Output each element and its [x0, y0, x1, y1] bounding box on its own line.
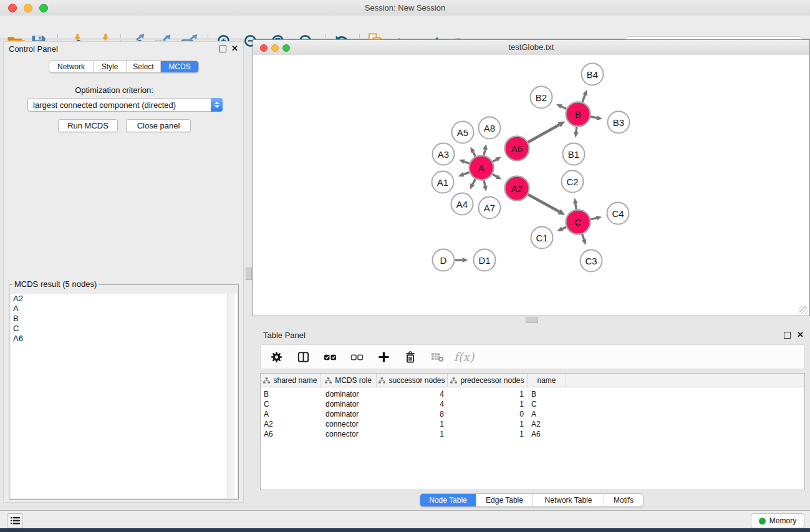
mcds-result-list[interactable]: A2ABCA6 — [11, 294, 237, 498]
graph-edge-A-A6[interactable] — [493, 160, 496, 162]
graph-node-C2[interactable]: C2 — [562, 171, 584, 193]
graph-edge-B-B3[interactable] — [591, 117, 597, 118]
float-panel-icon[interactable] — [219, 46, 226, 52]
graph-node-B1[interactable]: B1 — [563, 143, 585, 165]
svg-text:A7: A7 — [484, 203, 495, 213]
network-canvas[interactable]: B4B2BB3A8A5A6A3B1AA1C2A2A4A7C4CC1DD1C3 — [253, 55, 809, 316]
task-history-button[interactable] — [7, 513, 23, 528]
graph-edge-C-C4[interactable] — [591, 218, 596, 220]
memory-button[interactable]: Memory — [751, 513, 804, 528]
vertical-splitter-handle[interactable] — [246, 268, 252, 280]
svg-text:B4: B4 — [587, 69, 598, 80]
tab-edge-table[interactable]: Edge Table — [476, 494, 533, 506]
table-row[interactable]: A2connector11A2 — [261, 419, 804, 429]
close-table-panel-icon[interactable]: ✕ — [797, 330, 804, 339]
tab-select[interactable]: Select — [127, 61, 161, 72]
graph-node-C1[interactable]: C1 — [531, 227, 553, 249]
column-header-successor-nodes[interactable]: successor nodes — [377, 374, 448, 387]
graph-edge-B-B4[interactable] — [582, 95, 585, 102]
criterion-value: largest connected component (directed) — [28, 100, 211, 110]
graph-node-B[interactable]: B — [566, 102, 591, 127]
graph-edge-B-B1[interactable] — [576, 127, 577, 132]
graph-edge-A6-B[interactable] — [528, 125, 559, 142]
run-mcds-button[interactable]: Run MCDS — [58, 119, 118, 132]
graph-node-A[interactable]: A — [470, 156, 494, 180]
select-all-button[interactable] — [322, 349, 338, 365]
column-header-mcds-role[interactable]: MCDS role — [321, 374, 377, 387]
column-header-shared-name[interactable]: shared name — [261, 374, 321, 387]
main-toolbar — [0, 16, 810, 39]
graph-edge-A-A3[interactable] — [464, 162, 469, 163]
table-cell: 1 — [448, 430, 528, 438]
horizontal-splitter-handle[interactable] — [526, 317, 538, 323]
graph-edge-A2-C[interactable] — [528, 195, 559, 211]
graph-edge-A-A1[interactable] — [463, 172, 469, 175]
close-panel-icon[interactable]: ✕ — [231, 44, 238, 53]
graph-edge-A-A5[interactable] — [473, 152, 476, 156]
graph-node-C4[interactable]: C4 — [607, 203, 629, 225]
close-panel-button[interactable]: Close panel — [126, 119, 191, 132]
mcds-result-item[interactable]: A — [11, 304, 237, 314]
graph-node-B2[interactable]: B2 — [531, 87, 552, 109]
table-row[interactable]: Bdominator41B — [261, 389, 804, 399]
arrowhead-icon — [582, 239, 586, 245]
graph-edge-B-B2[interactable] — [561, 107, 566, 109]
columns-icon — [297, 351, 310, 364]
tab-mcds[interactable]: MCDS — [161, 61, 198, 72]
graph-node-C[interactable]: C — [566, 210, 591, 235]
tab-network-table[interactable]: Network Table — [533, 494, 604, 506]
float-table-panel-icon[interactable] — [784, 332, 791, 339]
network-graph[interactable]: B4B2BB3A8A5A6A3B1AA1C2A2A4A7C4CC1DD1C3 — [253, 55, 809, 316]
arrowhead-icon — [458, 172, 465, 177]
mcds-result-item[interactable]: A6 — [11, 334, 237, 344]
graph-edge-C-C2[interactable] — [576, 203, 576, 210]
graph-node-A8[interactable]: A8 — [479, 117, 501, 139]
delete-column-button[interactable] — [402, 349, 418, 365]
table-settings-button[interactable] — [268, 349, 284, 365]
graph-node-D[interactable]: D — [433, 249, 455, 271]
graph-edge-A-A2[interactable] — [493, 174, 497, 177]
table-row[interactable]: Adominator80A — [261, 409, 804, 419]
column-header-predecessor-nodes[interactable]: predecessor nodes — [448, 374, 528, 387]
graph-edge-C-C3[interactable] — [582, 234, 584, 239]
graph-node-B3[interactable]: B3 — [608, 112, 630, 133]
graph-node-A3[interactable]: A3 — [433, 143, 455, 165]
arrowhead-icon — [596, 115, 602, 120]
tab-network[interactable]: Network — [49, 61, 94, 72]
graph-edge-C-C1[interactable] — [562, 227, 567, 229]
graph-node-A6[interactable]: A6 — [505, 137, 529, 161]
mcds-result-item[interactable]: B — [11, 314, 237, 324]
tab-motifs[interactable]: Motifs — [604, 494, 643, 506]
graph-node-A2[interactable]: A2 — [505, 177, 529, 201]
mcds-result-item[interactable]: A2 — [11, 294, 237, 304]
graph-node-D1[interactable]: D1 — [474, 249, 496, 271]
criterion-dropdown[interactable]: largest connected component (directed) — [27, 98, 223, 112]
graph-edge-A-A8[interactable] — [484, 150, 485, 155]
tab-style[interactable]: Style — [94, 61, 127, 72]
svg-text:D: D — [440, 255, 447, 266]
node-table: shared name MCDS role successor nodes pr… — [260, 373, 805, 490]
graph-node-A5[interactable]: A5 — [452, 122, 474, 143]
graph-node-C3[interactable]: C3 — [581, 250, 602, 272]
tab-node-table[interactable]: Node Table — [420, 494, 476, 506]
graph-edge-A-A4[interactable] — [473, 179, 476, 185]
mcds-result-item[interactable]: C — [11, 324, 237, 334]
table-cell: A — [261, 410, 321, 418]
graph-edge-A-A7[interactable] — [484, 180, 485, 186]
table-row[interactable]: A6connector11A6 — [261, 429, 804, 439]
scrollbar-track[interactable] — [227, 294, 234, 498]
table-cell: A — [528, 410, 566, 418]
resize-grip-icon[interactable] — [799, 306, 808, 314]
show-columns-button[interactable] — [295, 349, 311, 365]
network-view-window: testGlobe.txt B4B2BB3A8A5A6A3B1AA1C2A2A4… — [253, 39, 810, 316]
table-row[interactable]: Cdominator41C — [261, 399, 804, 409]
graph-node-A4[interactable]: A4 — [451, 193, 473, 215]
graph-node-A1[interactable]: A1 — [432, 172, 454, 193]
unchecked-boxes-icon — [350, 351, 364, 364]
graph-node-A7[interactable]: A7 — [479, 197, 501, 219]
column-header-name[interactable]: name — [528, 374, 566, 387]
graph-node-B4[interactable]: B4 — [582, 64, 604, 85]
table-cell: 1 — [377, 430, 448, 438]
create-column-button[interactable] — [375, 349, 392, 365]
deselect-all-button[interactable] — [349, 349, 365, 365]
